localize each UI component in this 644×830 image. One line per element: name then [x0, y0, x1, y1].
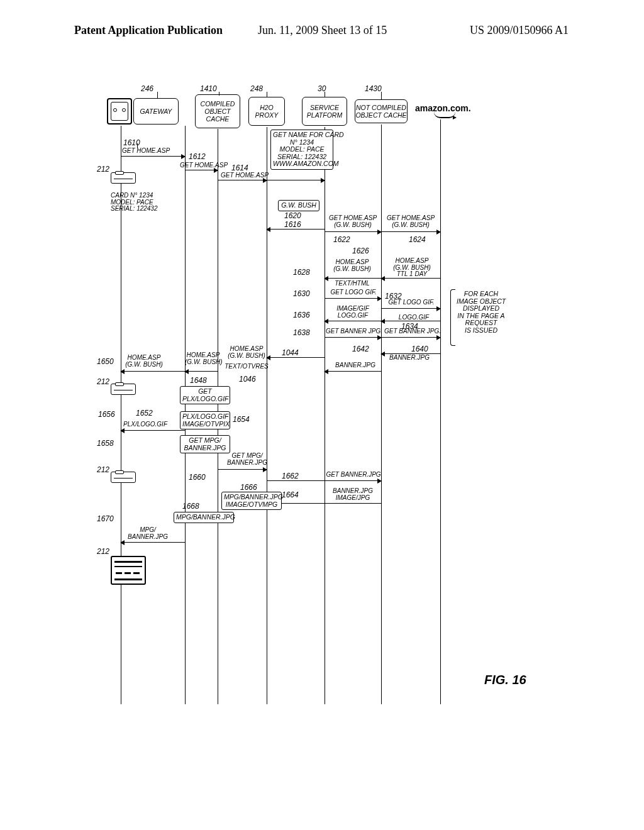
arrow-1628 — [325, 278, 381, 279]
msg-1610: GET HOME.ASP — [114, 148, 177, 155]
msg-1626: HOME.ASP (G.W. BUSH) TTL 1 DAY — [385, 258, 439, 278]
msg-1614: GET HOME.ASP — [220, 172, 269, 179]
msg-1662: GET BANNER.JPG — [326, 472, 381, 479]
arrow-1614 — [218, 180, 267, 180]
box-1668: MPG/BANNER.JPG — [174, 512, 234, 523]
msg-1634: LOGO.GIF — [395, 314, 433, 321]
ref-1656: 1656 — [98, 410, 115, 419]
tv-screen-icon — [111, 556, 146, 585]
arrow-1662 — [267, 480, 381, 481]
msg-1630: GET LOGO GIF. — [327, 289, 380, 296]
ref-1410: 1410 — [200, 84, 217, 93]
arrow-1670 — [121, 542, 185, 543]
box-get-mpg-banner: GET MPG/ BANNER.JPG — [180, 435, 230, 453]
lane-service-platform: SERVICE PLATFORM — [302, 97, 347, 126]
lane-compiled-object-cache: COMPILED OBJECT CACHE — [195, 94, 240, 128]
msg-1044a: HOME.ASP (G.W. BUSH) — [224, 346, 269, 359]
msg-1638: GET BANNER JPG. — [326, 328, 382, 335]
lifeline-sp — [325, 127, 325, 704]
ref-248: 248 — [250, 84, 263, 93]
ref-1652: 1652 — [136, 409, 153, 418]
ref-1658: 1658 — [97, 439, 114, 448]
header-right: US 2009/0150966 A1 — [470, 24, 569, 37]
arrow-1656 — [121, 430, 185, 431]
msg-1650: HOME.ASP (G.W. BUSH) — [119, 355, 169, 368]
ref-212-a: 212 — [97, 165, 109, 174]
ref-1614: 1614 — [231, 163, 248, 172]
msg-1640: BANNER.JPG — [386, 355, 433, 362]
lane-amazon: amazon.com. — [415, 103, 471, 113]
ref-1430: 1430 — [365, 84, 382, 93]
lifeline-user — [121, 126, 121, 704]
ref-1624: 1624 — [409, 235, 426, 244]
msg-1664: BANNER.JPG IMAGE/JPG — [328, 488, 377, 501]
ref-1640: 1640 — [411, 345, 428, 353]
ref-212-c: 212 — [97, 465, 109, 474]
msg-1670: MPG/ BANNER.JPG — [121, 527, 175, 540]
ref-1612: 1612 — [189, 152, 206, 161]
arrow-1636 — [325, 321, 381, 321]
ref-1670: 1670 — [97, 514, 114, 523]
arrow-1638b — [381, 337, 440, 338]
ref-1650: 1650 — [97, 357, 114, 366]
ref-212-d: 212 — [97, 547, 109, 556]
ref-1046: 1046 — [239, 375, 256, 384]
ref-1664: 1664 — [282, 490, 299, 499]
box-mpg-banner: MPG/BANNER.JPG IMAGE/OTVMPG — [221, 492, 282, 510]
side-note: FOR EACH IMAGE OBJECT DISPLAYED IN THE P… — [457, 290, 506, 334]
lane-not-compiled-cache: NOT COMPILED OBJECT CACHE — [355, 99, 408, 123]
stb-icon-2 — [111, 384, 136, 395]
arrow-1616 — [267, 229, 325, 230]
msg-text-html: TEXT/HTML — [327, 280, 377, 287]
arrow-1660 — [218, 469, 267, 470]
msg-get-name-card: GET NAME FOR CARD N° 1234 MODEL: PACE SE… — [270, 130, 333, 170]
box-get-plx: GET PLX/LOGO.GIF — [180, 386, 230, 404]
ref-1638: 1638 — [293, 328, 310, 337]
msg-1612: GET HOME.ASP — [179, 162, 229, 169]
arrow-1632 — [381, 308, 440, 309]
lane-ncoc-label: NOT COMPILED OBJECT CACHE — [355, 104, 406, 119]
ref-1654: 1654 — [233, 415, 250, 424]
figure-label: FIG. 16 — [484, 673, 526, 687]
arrow-1640 — [381, 353, 440, 354]
ref-1626: 1626 — [352, 246, 369, 255]
arrow-1626 — [381, 278, 440, 279]
ref-1622: 1622 — [333, 235, 350, 244]
ref-1620: 1620 — [284, 211, 301, 220]
lane-h2o-proxy: H2O PROXY — [248, 97, 285, 126]
ref-1668: 1668 — [182, 502, 199, 511]
arrow-1638 — [325, 337, 381, 338]
ref-1630: 1630 — [293, 289, 310, 298]
box-plx-logo: PLX/LOGO.GIF IMAGE/OTVPIX — [180, 411, 230, 429]
msg-1638b: GET BANNER JPG. — [382, 328, 443, 335]
lane-coc-label: COMPILED OBJECT CACHE — [201, 100, 235, 123]
sequence-diagram: GATEWAY 246 COMPILED OBJECT CACHE 1410 H… — [101, 94, 572, 723]
msg-1636: IMAGE/GIF LOGO.GIF — [328, 306, 377, 319]
ref-1616: 1616 — [284, 220, 301, 229]
ref-1628: 1628 — [293, 268, 310, 277]
ref-1666: 1666 — [240, 483, 257, 492]
msg-1632: GET LOGO GIF. — [385, 299, 438, 306]
brace-icon — [450, 289, 455, 346]
header-left: Patent Application Publication — [74, 24, 223, 37]
msg-home-coc: HOME.ASP (G.W. BUSH) — [185, 352, 221, 365]
lane-proxy-label: H2O PROXY — [255, 104, 279, 119]
msg-1660: GET MPG/ BANNER.JPG — [224, 453, 270, 466]
msg-card-info: CARD N° 1234 MODEL: PACE SERIAL: 122432 — [111, 192, 180, 213]
arrow-1612 — [185, 170, 218, 170]
lane-sp-label: SERVICE PLATFORM — [307, 104, 342, 119]
msg-1624: GET HOME.ASP (G.W. BUSH) — [385, 215, 436, 228]
ref-1642: 1642 — [352, 345, 369, 353]
header-mid: Jun. 11, 2009 Sheet 13 of 15 — [258, 24, 387, 37]
ref-1636: 1636 — [293, 311, 310, 319]
stb-icon-3 — [111, 472, 136, 483]
stb-icon-1 — [111, 172, 136, 184]
arrow-1634 — [381, 321, 440, 321]
arrow-1664 — [267, 503, 381, 504]
box-gwbush: G.W. BUSH — [278, 200, 319, 211]
ref-246: 246 — [141, 84, 153, 93]
tv-head-icon — [107, 98, 132, 124]
arrow-1610 — [121, 156, 185, 157]
msg-1046: TEXT/OTVRES — [224, 363, 269, 370]
arrow-1624 — [381, 231, 440, 232]
